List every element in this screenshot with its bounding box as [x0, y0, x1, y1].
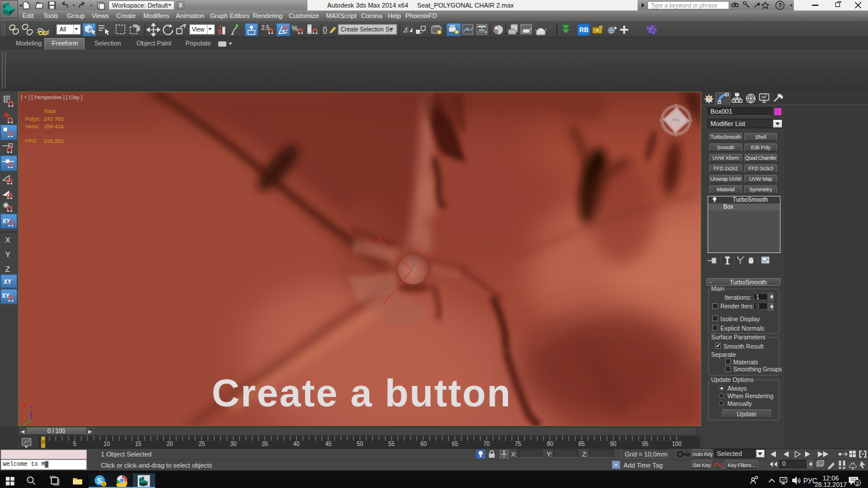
svg-text:z: z	[30, 404, 33, 409]
svg-text:28.12.2017: 28.12.2017	[814, 481, 846, 488]
svg-text:RB: RB	[579, 26, 589, 33]
svg-text:1: 1	[103, 482, 105, 486]
svg-text:%: %	[292, 24, 298, 33]
svg-text:?: ?	[778, 2, 782, 9]
svg-text:{}: {}	[323, 26, 327, 34]
svg-text:X: X	[5, 236, 10, 244]
svg-text:XY: XY	[4, 279, 12, 285]
svg-text:2: 2	[856, 480, 859, 486]
svg-text:2.5: 2.5	[261, 24, 270, 31]
svg-text:Create Selection Se: Create Selection Se	[341, 26, 393, 33]
svg-text:z: z	[416, 253, 419, 259]
svg-text:Y: Y	[5, 250, 10, 259]
svg-text:View: View	[192, 26, 205, 33]
svg-text:Z: Z	[5, 265, 10, 273]
svg-text:All: All	[60, 26, 66, 33]
